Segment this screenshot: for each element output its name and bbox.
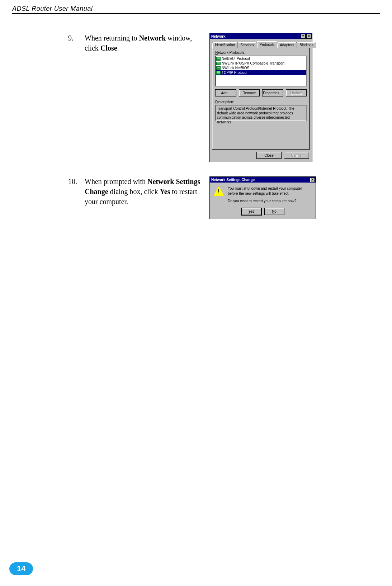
- settings-change-dialog: Network Settings Change ✕ You must shut …: [209, 176, 316, 219]
- tab-strip: Identification Services Protocols Adapte…: [210, 39, 312, 47]
- message-line-2: Do you want to restart your computer now…: [228, 199, 312, 204]
- no-button[interactable]: No: [264, 208, 284, 215]
- network-dialog-titlebar[interactable]: Network ? ✕: [210, 33, 312, 39]
- settings-change-titlebar[interactable]: Network Settings Change ✕: [210, 177, 316, 183]
- dialog-bottom-buttons: Close Cancel: [210, 152, 312, 162]
- list-item-selected[interactable]: TCP/IP Protocol: [216, 70, 306, 75]
- close-icon[interactable]: ✕: [306, 34, 311, 39]
- tab-bindings[interactable]: Bindings: [297, 42, 316, 48]
- protocol-icon: [216, 66, 221, 70]
- step-9-text: When returning to Network window, click …: [85, 33, 203, 53]
- text: es: [250, 209, 254, 213]
- tab-services[interactable]: Services: [237, 42, 257, 48]
- text: U: [291, 91, 293, 95]
- protocols-panel: Network Protocols: NetBEUI Protocol NWLi…: [212, 47, 310, 150]
- cancel-button: Cancel: [284, 152, 309, 159]
- protocol-icon: [216, 71, 221, 75]
- step-9: 9. When returning to Network window, cli…: [68, 33, 374, 162]
- list-item[interactable]: NWLink NetBIOS: [216, 66, 306, 70]
- protocols-button-row: Add... Remove Properties... Update: [215, 89, 307, 96]
- bold-yes: Yes: [160, 188, 170, 195]
- text: o: [274, 209, 277, 213]
- tab-protocols[interactable]: Protocols: [257, 41, 278, 48]
- properties-button[interactable]: Properties...: [262, 89, 283, 96]
- bold-close: Close: [100, 44, 117, 52]
- protocol-icon: [216, 62, 221, 65]
- list-item[interactable]: NetBEUI Protocol: [216, 56, 306, 61]
- tab-adapters[interactable]: Adapters: [277, 42, 297, 48]
- close-button[interactable]: Close: [256, 152, 282, 159]
- text: emove: [245, 91, 256, 95]
- text: P: [263, 91, 265, 95]
- page-number: 14: [9, 562, 33, 575]
- message-line-1: You must shut down and restart your comp…: [228, 186, 312, 196]
- description-box: Transport Control Protocol/Internet Prot…: [215, 105, 307, 121]
- settings-change-title: Network Settings Change: [211, 178, 309, 182]
- text: escription:: [218, 100, 234, 104]
- step-10: 10. When prompted with Network Settings …: [68, 176, 374, 219]
- text: dd...: [223, 91, 230, 95]
- bold-network: Network: [139, 34, 166, 42]
- text: When prompted with: [85, 178, 147, 185]
- spacer: [215, 121, 307, 146]
- page-header: ADSL Router User Manual: [12, 5, 380, 14]
- step-10-text: When prompted with Network Settings Chan…: [85, 176, 203, 207]
- step-10-number: 10.: [68, 176, 78, 186]
- step-9-number: 9.: [68, 33, 78, 43]
- text: pdate: [293, 91, 302, 95]
- message-body: You must shut down and restart your comp…: [210, 183, 316, 207]
- list-item[interactable]: NWLink IPX/SPX Compatible Transport: [216, 61, 306, 66]
- list-item-label: TCP/IP Protocol: [222, 71, 247, 75]
- warning-icon: [213, 186, 224, 196]
- tab-identification[interactable]: Identification: [212, 42, 238, 48]
- message-buttons: Yes No: [210, 207, 316, 219]
- message-text: You must shut down and restart your comp…: [228, 186, 312, 204]
- text: A: [221, 91, 223, 95]
- list-item-label: NWLink IPX/SPX Compatible Transport: [222, 61, 284, 65]
- text: When returning to: [85, 34, 139, 42]
- protocols-listbox[interactable]: NetBEUI Protocol NWLink IPX/SPX Compatib…: [215, 56, 307, 86]
- update-button: Update: [286, 89, 307, 96]
- help-button[interactable]: ?: [301, 34, 306, 39]
- text: .: [117, 44, 119, 52]
- description-label: Description:: [215, 100, 307, 104]
- text: dialog box, click: [108, 188, 160, 195]
- protocol-icon: [216, 57, 221, 61]
- yes-button[interactable]: Yes: [241, 208, 261, 215]
- text: etwork Protocols:: [218, 51, 245, 55]
- network-dialog: Network ? ✕ Identification Services Prot…: [209, 33, 312, 162]
- remove-button[interactable]: Remove: [239, 89, 260, 96]
- list-item-label: NetBEUI Protocol: [222, 57, 250, 61]
- text: roperties...: [265, 91, 282, 95]
- protocols-list-label: Network Protocols:: [215, 51, 307, 55]
- network-dialog-title: Network: [211, 34, 300, 38]
- content-area: 9. When returning to Network window, cli…: [68, 33, 374, 233]
- list-item-label: NWLink NetBIOS: [222, 66, 249, 70]
- close-icon[interactable]: ✕: [310, 178, 315, 182]
- add-button[interactable]: Add...: [215, 89, 236, 96]
